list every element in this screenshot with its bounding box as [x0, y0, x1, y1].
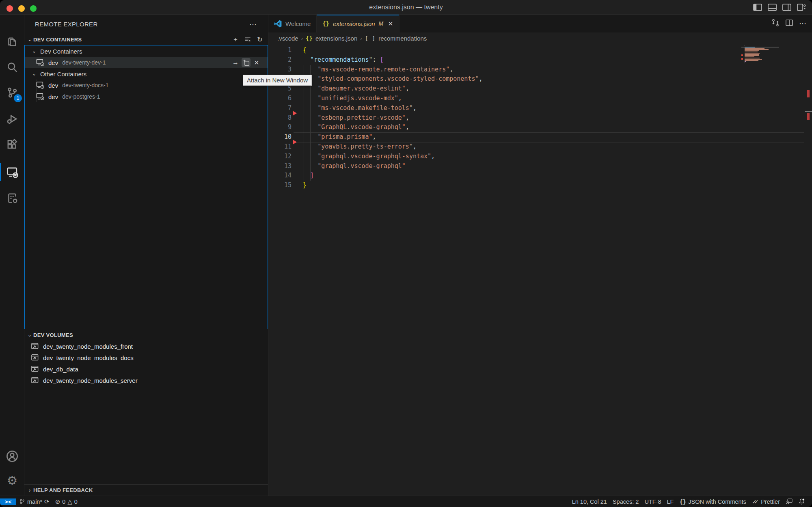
deleted-lines-marker-icon — [293, 140, 297, 145]
tab-welcome[interactable]: Welcome — [268, 15, 317, 32]
toggle-secondary-sidebar-icon[interactable] — [782, 3, 792, 12]
title-bar: extensions.json — twenty — [0, 0, 812, 15]
window-title: extensions.json — twenty — [0, 4, 812, 11]
double-check-icon: ✓✓ — [752, 498, 756, 505]
sidebar-title: REMOTE EXPLORER — [35, 21, 249, 28]
editor-more-actions-icon[interactable]: ⋯ — [799, 19, 807, 28]
remote-explorer-sidebar: REMOTE EXPLORER ⋯ ⌄ DEV CONTAINERS ＋ ↻ ⌄… — [24, 15, 268, 496]
chevron-down-icon: ⌄ — [26, 37, 33, 42]
refresh-button[interactable]: ↻ — [255, 35, 265, 44]
tooltip: Attach in New Window — [243, 75, 312, 86]
attach-in-new-window-icon[interactable] — [242, 58, 251, 67]
json-file-icon: {} — [322, 20, 329, 27]
tree-group-dev-containers[interactable]: ⌄ Dev Containers — [25, 45, 268, 57]
volume-icon — [31, 343, 40, 350]
section-header-help-and-feedback[interactable]: › HELP AND FEEDBACK — [24, 484, 268, 496]
section-header-dev-volumes[interactable]: ⌄ DEV VOLUMES — [24, 329, 268, 341]
volume-icon — [31, 365, 40, 373]
vscode-logo-icon — [274, 20, 282, 28]
section-header-dev-containers[interactable]: ⌄ DEV CONTAINERS ＋ ↻ — [24, 34, 268, 45]
indentation-item[interactable]: Spaces: 2 — [610, 498, 642, 505]
json-file-icon: {} — [306, 35, 313, 41]
breadcrumb-symbol[interactable]: recommendations — [378, 35, 427, 42]
remote-indicator[interactable]: >< — [0, 498, 16, 505]
dev-container-icon — [36, 59, 45, 66]
volume-item[interactable]: dev_db_data — [24, 363, 268, 375]
source-control-icon[interactable]: 1 — [4, 84, 20, 101]
chevron-down-icon: ⌄ — [26, 332, 33, 338]
explorer-icon[interactable] — [4, 34, 20, 50]
code-editor[interactable]: 123456789101112131415 { "recommendations… — [268, 44, 812, 496]
chevron-down-icon: ⌄ — [32, 48, 40, 54]
tab-extensions-json[interactable]: {} extensions.json M ✕ — [317, 15, 399, 32]
add-container-button[interactable]: ＋ — [231, 35, 240, 44]
status-bar: >< main* ⟳ ⊘ 0 △ 0 Ln 10, Col 21 Spaces:… — [0, 496, 812, 507]
customize-layout-icon[interactable] — [797, 3, 806, 12]
cursor-position-item[interactable]: Ln 10, Col 21 — [569, 498, 610, 505]
toggle-primary-sidebar-icon[interactable] — [753, 3, 762, 12]
symbol-array-icon: [ ] — [365, 35, 376, 41]
sidebar-more-actions-icon[interactable]: ⋯ — [249, 20, 257, 29]
breadcrumb: .vscode › {} extensions.json › [ ] recom… — [268, 32, 812, 44]
eol-item[interactable]: LF — [664, 498, 677, 505]
remote-explorer-icon[interactable] — [4, 164, 20, 180]
traffic-lights — [6, 5, 37, 12]
accounts-icon[interactable] — [4, 448, 20, 464]
volume-item[interactable]: dev_twenty_node_modules_front — [24, 341, 268, 352]
encoding-item[interactable]: UTF-8 — [641, 498, 664, 505]
source-control-badge: 1 — [14, 94, 22, 102]
formatter-item[interactable]: ✓✓ Prettier — [749, 498, 783, 505]
tree-group-other-containers[interactable]: ⌄ Other Containers — [25, 68, 268, 80]
toggle-panel-icon[interactable] — [767, 3, 777, 12]
editor-group: Welcome {} extensions.json M ✕ ⋯ — [268, 15, 812, 496]
breadcrumb-file[interactable]: extensions.json — [315, 35, 357, 42]
chevron-down-icon: ⌄ — [32, 71, 40, 77]
overview-ruler-marker — [807, 113, 810, 120]
chevron-right-icon: › — [301, 35, 303, 41]
volume-icon — [31, 354, 40, 361]
dev-container-icon — [36, 93, 45, 100]
language-mode-item[interactable]: {} JSON with Comments — [676, 498, 749, 505]
close-window-button[interactable] — [6, 5, 13, 12]
feedback-icon[interactable] — [783, 498, 795, 505]
minimap[interactable] — [741, 45, 779, 64]
volume-item[interactable]: dev_twenty_node_modules_server — [24, 375, 268, 386]
clear-list-button[interactable] — [243, 35, 253, 44]
overview-ruler-cursor — [805, 111, 812, 112]
problems-item[interactable]: ⊘ 0 △ 0 — [52, 498, 80, 505]
close-tab-icon[interactable]: ✕ — [388, 20, 393, 28]
extensions-icon[interactable] — [4, 136, 20, 153]
split-editor-icon[interactable] — [785, 19, 793, 28]
notifications-bell-icon[interactable] — [795, 498, 808, 505]
warnings-icon: △ — [67, 498, 72, 505]
dev-containers-tree: ⌄ Dev Containers dev dev-twenty-dev-1 → — [24, 45, 268, 329]
container-item-dev-twenty-dev-1[interactable]: dev dev-twenty-dev-1 → ✕ — [25, 57, 268, 68]
minimize-window-button[interactable] — [18, 5, 25, 12]
settings-gear-icon[interactable]: ⚙ — [4, 472, 20, 489]
errors-icon: ⊘ — [55, 498, 60, 505]
compare-changes-icon[interactable] — [771, 19, 780, 28]
breadcrumb-folder[interactable]: .vscode — [277, 35, 298, 42]
tab-bar: Welcome {} extensions.json M ✕ ⋯ — [268, 15, 812, 32]
chevron-right-icon: › — [26, 488, 33, 493]
overview-ruler-marker — [807, 90, 810, 97]
volume-icon — [31, 377, 40, 384]
dev-container-icon — [36, 82, 45, 89]
run-debug-icon[interactable] — [4, 111, 20, 127]
zoom-window-button[interactable] — [30, 5, 37, 12]
search-icon[interactable] — [4, 59, 20, 76]
braces-icon: {} — [679, 498, 686, 505]
sync-icon: ⟳ — [44, 498, 50, 505]
volume-item[interactable]: dev_twenty_node_modules_docs — [24, 352, 268, 363]
container-tools-icon[interactable] — [4, 190, 20, 206]
git-branch-item[interactable]: main* ⟳ — [16, 498, 52, 505]
stop-container-icon[interactable]: ✕ — [252, 58, 261, 67]
modified-badge: M — [379, 20, 384, 27]
container-item-dev-twenty-docs-1[interactable]: dev dev-twenty-docs-1 — [25, 80, 268, 91]
activity-bar: 1 ⚙ — [0, 15, 24, 496]
code-lines: { "recommendations": [ "ms-vscode-remote… — [303, 45, 771, 190]
vscode-window: extensions.json — twenty — [0, 0, 812, 507]
attach-in-current-window-icon[interactable]: → — [231, 58, 240, 67]
container-item-dev-postgres-1[interactable]: dev dev-postgres-1 — [25, 91, 268, 102]
git-branch-icon — [19, 498, 25, 505]
